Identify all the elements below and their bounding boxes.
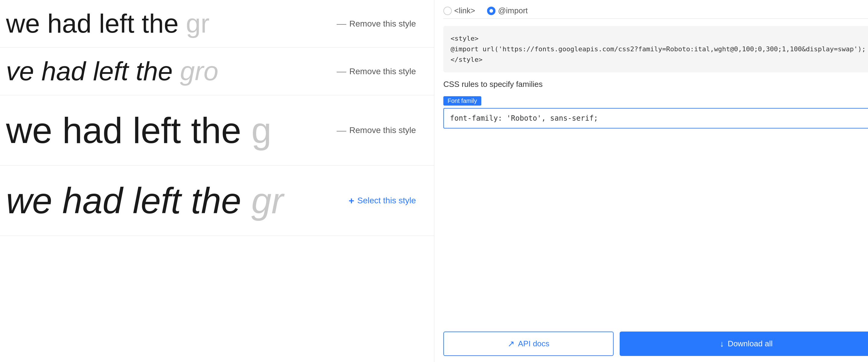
minus-icon-3: — [337,124,346,136]
font-row-2: ve had left the gro — Remove this style [0,48,434,95]
select-style-label[interactable]: Select this style [357,196,416,205]
code-block-text: <style> @import url('https://fonts.googl… [451,35,866,63]
preview-text-fade-4: gr [251,180,284,221]
font-preview-text-1: we had left the gr [0,9,210,38]
download-icon: ↓ [720,339,724,349]
minus-icon-1: — [337,18,346,29]
remove-style-action-2[interactable]: — Remove this style [337,66,416,77]
select-style-action[interactable]: + Select this style [349,195,416,206]
font-preview-text-4: we had left the gr [0,181,284,221]
remove-style-label-3[interactable]: Remove this style [349,126,416,135]
font-row-4: we had left the gr + Select this style [0,166,434,236]
api-docs-button[interactable]: ↗ API docs [443,332,614,356]
font-preview-panel: we had left the gr — Remove this style v… [0,0,434,362]
font-family-tooltip: Font family [443,96,481,106]
remove-style-action-3[interactable]: — Remove this style [337,124,416,136]
preview-text-fade-3: g [251,110,272,150]
remove-style-label-1[interactable]: Remove this style [349,19,416,28]
minus-icon-2: — [337,66,346,77]
preview-text-fade-2: gro [180,56,218,86]
api-docs-label: API docs [518,339,550,349]
preview-text-main-1: we had left the [6,8,186,38]
font-preview-text-3: we had left the g [0,110,272,150]
font-row-3: we had left the g — Remove this style [0,95,434,166]
download-all-button[interactable]: ↓ Download all [620,332,868,356]
bottom-action-buttons: ↗ API docs ↓ Download all [443,326,868,356]
preview-text-main-2: ve had left the [6,56,180,86]
tab-import-label[interactable]: @import [498,6,528,16]
tab-link[interactable]: <link> [443,6,475,16]
css-rules-label: CSS rules to specify families [443,80,868,89]
embed-tabs: <link> @import [443,6,868,19]
plus-icon: + [349,195,354,206]
tab-import[interactable]: @import [487,6,528,16]
font-row-1: we had left the gr — Remove this style [0,0,434,48]
tab-link-radio[interactable] [443,7,452,15]
tab-import-radio[interactable] [487,7,495,15]
preview-text-main-3: we had left the [6,110,251,150]
remove-style-action-1[interactable]: — Remove this style [337,18,416,29]
font-family-field-wrapper: Font family [443,96,868,129]
preview-text-main-4: we had left the [6,180,251,221]
external-link-icon: ↗ [507,339,515,349]
download-all-label: Download all [728,339,773,349]
remove-style-label-2[interactable]: Remove this style [349,66,416,76]
embed-code-panel: <link> @import <style> @import url('http… [434,0,868,362]
import-code-block: <style> @import url('https://fonts.googl… [443,26,868,73]
tab-link-label[interactable]: <link> [454,6,475,16]
font-preview-text-2: ve had left the gro [0,57,218,86]
font-family-css-input[interactable] [443,108,868,129]
preview-text-fade-1: gr [186,8,210,38]
